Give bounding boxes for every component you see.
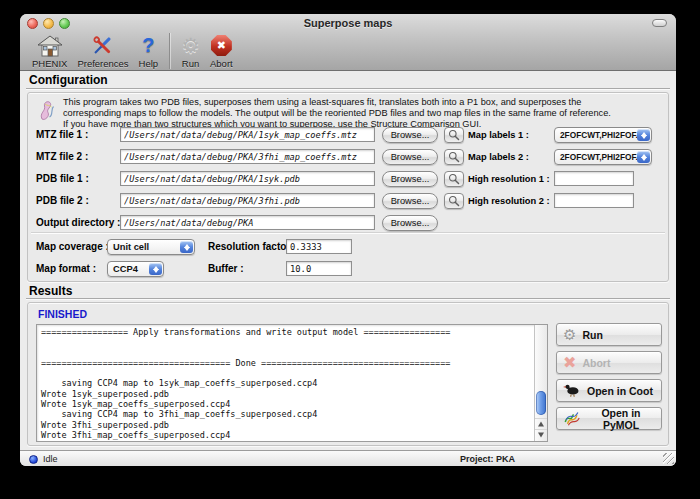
toolbar-help-label: Help	[139, 58, 159, 69]
open-in-pymol-button[interactable]: Open in PyMOL	[556, 407, 662, 430]
pdb-file-1-input[interactable]	[120, 171, 375, 186]
toolbar-phenix-button[interactable]: PHENIX	[27, 34, 72, 69]
toolbar-toggle-button[interactable]	[652, 19, 667, 27]
results-header: Results	[29, 284, 72, 298]
resolution-factor-input[interactable]	[286, 239, 352, 254]
titlebar[interactable]: Superpose maps	[20, 14, 676, 32]
high-resolution-1-input[interactable]	[554, 171, 634, 186]
window-title: Superpose maps	[20, 14, 676, 32]
popup-stepper-icon	[149, 263, 162, 275]
configuration-divider	[26, 88, 670, 89]
abort-x-icon: ✖	[563, 355, 576, 371]
phenix-home-icon	[37, 34, 63, 57]
high-resolution-2-input[interactable]	[554, 193, 634, 208]
status-text: Idle	[43, 451, 58, 467]
high-resolution-2-label: High resolution 2 :	[468, 193, 568, 209]
coot-bird-icon	[563, 383, 581, 399]
pdb-file-1-browse-button[interactable]: Browse...	[382, 171, 438, 187]
scrollbar-thumb[interactable]	[536, 391, 546, 415]
window-header: Superpose maps PHEN	[20, 14, 676, 71]
pdb-file-2-input[interactable]	[120, 193, 375, 208]
program-description: This program takes two PDB files, superp…	[63, 97, 611, 131]
buffer-label: Buffer :	[208, 261, 244, 277]
popup-stepper-icon	[637, 129, 650, 141]
map-format-label: Map format :	[36, 261, 96, 277]
toolbar-run-label: Run	[182, 58, 199, 69]
toolbar-preferences-label: Preferences	[77, 58, 128, 69]
buffer-input[interactable]	[286, 261, 352, 276]
project-label: Project: PKA	[460, 451, 515, 467]
pdb-file-2-browse-button[interactable]: Browse...	[382, 193, 438, 209]
toolbar-abort-button[interactable]: ✖ Abort	[205, 34, 238, 69]
mtz-file-1-inspect-button[interactable]	[444, 127, 464, 143]
run-button[interactable]: ⚙ Run	[556, 323, 662, 346]
mtz-file-1-browse-button[interactable]: Browse...	[382, 127, 438, 143]
options-divider	[31, 232, 665, 233]
pdb-file-2-inspect-button[interactable]	[444, 193, 464, 209]
open-in-coot-button[interactable]: Open in Coot	[556, 379, 662, 402]
status-badge: FINISHED	[38, 308, 87, 320]
desktop-background: Superpose maps PHEN	[0, 0, 700, 499]
map-labels-1-label: Map labels 1 :	[468, 127, 568, 143]
pdb-file-1-inspect-button[interactable]	[444, 171, 464, 187]
console-text: ================= Apply transformations …	[41, 327, 531, 440]
mtz-file-2-browse-button[interactable]: Browse...	[382, 149, 438, 165]
toolbar-preferences-button[interactable]: Preferences	[72, 34, 133, 69]
configuration-panel: This program takes two PDB files, superp…	[27, 92, 669, 282]
toolbar-phenix-label: PHENIX	[32, 58, 67, 69]
popup-stepper-icon	[637, 151, 650, 163]
mtz-file-2-inspect-button[interactable]	[444, 149, 464, 165]
map-coverage-label: Map coverage :	[36, 239, 109, 255]
gear-icon: ⚙	[181, 34, 200, 57]
superpose-maps-window: Superpose maps PHEN	[20, 14, 676, 466]
mtz-file-1-input[interactable]	[120, 127, 375, 142]
scroll-down-button[interactable]	[535, 429, 547, 440]
abort-button[interactable]: ✖ Abort	[556, 351, 662, 374]
scroll-up-button[interactable]	[535, 418, 547, 429]
popup-stepper-icon	[180, 241, 193, 253]
pymol-ribbon-icon	[563, 410, 581, 428]
status-indicator-icon	[29, 455, 38, 464]
gear-icon: ⚙	[563, 326, 576, 344]
resolution-factor-label: Resolution factor :	[208, 239, 296, 255]
program-ribbon-icon	[37, 98, 57, 126]
map-labels-1-popup[interactable]: 2FOFCWT,PHI2FOF...	[554, 127, 652, 143]
magnifier-icon	[448, 129, 460, 141]
configuration-header: Configuration	[29, 73, 108, 87]
toolbar-run-button[interactable]: ⚙ Run	[176, 34, 205, 69]
magnifier-icon	[448, 195, 460, 207]
magnifier-icon	[448, 173, 460, 185]
console-scrollbar[interactable]	[534, 325, 547, 441]
map-labels-2-label: Map labels 2 :	[468, 149, 568, 165]
output-directory-input[interactable]	[120, 215, 375, 230]
console-output[interactable]: ================= Apply transformations …	[36, 324, 548, 442]
toolbar-help-button[interactable]: ? Help	[134, 34, 164, 69]
toolbar-abort-label: Abort	[210, 58, 233, 69]
status-bar: Idle Project: PKA	[20, 450, 676, 466]
results-panel: FINISHED ================= Apply transfo…	[27, 302, 669, 446]
toolbar-separator	[169, 33, 170, 69]
output-directory-browse-button[interactable]: Browse...	[382, 215, 438, 231]
high-resolution-1-label: High resolution 1 :	[468, 171, 568, 187]
results-divider	[26, 298, 670, 299]
magnifier-icon	[448, 151, 460, 163]
map-format-popup[interactable]: CCP4	[107, 261, 164, 277]
tools-icon	[91, 34, 114, 57]
stop-x-icon: ✖	[211, 34, 232, 57]
map-coverage-popup[interactable]: Unit cell	[107, 239, 195, 255]
question-mark-icon: ?	[142, 34, 154, 57]
resize-grip[interactable]	[663, 453, 674, 464]
map-labels-2-popup[interactable]: 2FOFCWT,PHI2FOF...	[554, 149, 652, 165]
toolbar: PHENIX	[20, 32, 676, 71]
mtz-file-2-input[interactable]	[120, 149, 375, 164]
